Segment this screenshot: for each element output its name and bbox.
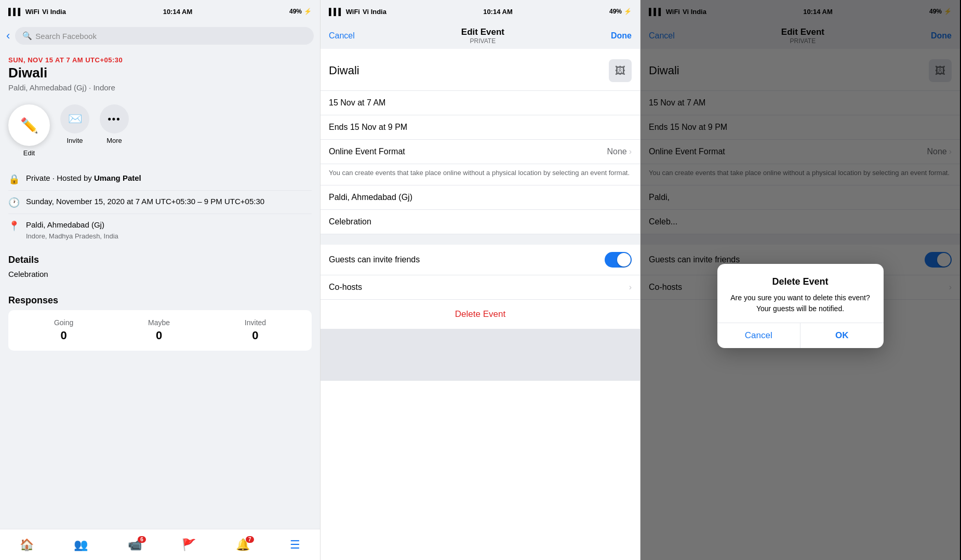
fb-search-bar: ‹ 🔍 Search Facebook [0, 23, 320, 49]
maybe-count: 0 [156, 329, 162, 342]
response-maybe: Maybe 0 [148, 318, 170, 342]
cohosts-chevron: › [629, 283, 632, 292]
invite-action[interactable]: ✉️ Invite [60, 104, 89, 144]
nav-video[interactable]: 📹6 [128, 538, 142, 552]
edit-nav-center: Edit Event PRIVATE [461, 27, 504, 45]
end-date-label: Ends 15 Nov at 9 PM [329, 123, 407, 132]
category-row[interactable]: Celebration [321, 210, 640, 234]
invite-label: Invite [66, 137, 83, 144]
invite-button-circle[interactable]: ✉️ [60, 104, 89, 134]
edit-button-circle[interactable]: ✏️ [8, 104, 50, 146]
delete-event-button-2[interactable]: Delete Event [321, 300, 640, 329]
delete-dialog-overlay: Delete Event Are you sure you want to de… [640, 0, 960, 560]
carrier-label-1: Vi India [42, 8, 66, 16]
back-button[interactable]: ‹ [6, 29, 10, 43]
edit-icon: ✏️ [20, 117, 38, 134]
dialog-cancel-button[interactable]: Cancel [717, 323, 801, 348]
chevron-icon: › [629, 147, 632, 156]
event-date-header: SUN, NOV 15 AT 7 AM UTC+05:30 [0, 49, 320, 65]
details-header: Details [0, 246, 320, 270]
response-invited: Invited 0 [245, 318, 266, 342]
guests-toggle-switch[interactable] [605, 252, 632, 268]
signal-icon-2: ▌▌▌ [329, 8, 343, 16]
info-row-location: 📍 Paldi, Ahmedabad (Gj) Indore, Madhya P… [8, 214, 312, 246]
more-icon: ••• [108, 114, 121, 125]
nav-friends[interactable]: 👥 [74, 538, 88, 552]
battery-icon-2: ⚡ [624, 8, 632, 15]
event-info-section: 🔒 Private · Hosted by Umang Patel 🕐 Sund… [0, 167, 320, 246]
video-badge: 6 [138, 536, 146, 543]
search-icon: 🔍 [22, 31, 32, 41]
dialog-ok-button[interactable]: OK [800, 323, 884, 348]
start-date-label: 15 Nov at 7 AM [329, 98, 385, 108]
status-carrier-2: ▌▌▌ WiFi Vi India [329, 8, 386, 16]
bottom-preview [321, 329, 640, 381]
panel-edit-event: ▌▌▌ WiFi Vi India 10:14 AM 49% ⚡ Cancel … [320, 0, 640, 560]
event-content: SUN, NOV 15 AT 7 AM UTC+05:30 Diwali Pal… [0, 49, 320, 529]
info-row-time: 🕐 Sunday, November 15, 2020 at 7 AM UTC+… [8, 191, 312, 214]
status-time-1: 10:14 AM [163, 8, 193, 16]
nav-flag[interactable]: 🚩 [182, 538, 196, 552]
start-date-row[interactable]: 15 Nov at 7 AM [321, 91, 640, 115]
status-bar-1: ▌▌▌ WiFi Vi India 10:14 AM 49% ⚡ [0, 0, 320, 23]
response-going: Going 0 [54, 318, 73, 342]
going-count: 0 [60, 329, 66, 342]
more-button-circle[interactable]: ••• [100, 104, 129, 134]
panel-delete-dialog: ▌▌▌ WiFi Vi India 10:14 AM 49% ⚡ Cancel … [640, 0, 960, 560]
edit-form: Diwali 🖼 15 Nov at 7 AM Ends 15 Nov at 9… [321, 49, 640, 560]
invite-icon: ✉️ [68, 112, 82, 126]
location-row[interactable]: Paldi, Ahmedabad (Gj) [321, 185, 640, 210]
more-label: More [106, 137, 122, 144]
status-battery-1: 49% ⚡ [289, 8, 312, 15]
status-time-2: 10:14 AM [483, 8, 513, 16]
online-format-label: Online Event Format [329, 147, 405, 156]
responses-header: Responses [0, 287, 320, 310]
status-battery-2: 49% ⚡ [609, 8, 632, 15]
event-name-row: Diwali 🖼 [321, 49, 640, 91]
edit-nav-bar: Cancel Edit Event PRIVATE Done [321, 23, 640, 49]
location-icon: 📍 [8, 220, 20, 232]
bottom-nav: 🏠 👥 📹6 🚩 🔔7 ☰ [0, 529, 320, 560]
info-location: Paldi, Ahmedabad (Gj) Indore, Madhya Pra… [26, 219, 118, 241]
edit-label: Edit [23, 149, 35, 157]
responses-row: Going 0 Maybe 0 Invited 0 [17, 318, 303, 342]
battery-label-2: 49% [609, 8, 622, 15]
cancel-button-2[interactable]: Cancel [329, 31, 355, 41]
dialog-buttons: Cancel OK [717, 323, 884, 348]
signal-icon: ▌▌▌ [8, 8, 23, 16]
nav-menu[interactable]: ☰ [290, 538, 300, 552]
search-placeholder: Search Facebook [35, 32, 97, 41]
more-action[interactable]: ••• More [100, 104, 129, 144]
battery-label-1: 49% [289, 8, 302, 15]
cohosts-label: Co-hosts [329, 283, 362, 292]
cohosts-row[interactable]: Co-hosts › [321, 275, 640, 300]
edit-event-name[interactable]: Diwali [329, 64, 359, 77]
cover-photo-button[interactable]: 🖼 [609, 59, 632, 82]
status-carrier-1: ▌▌▌ WiFi Vi India [8, 8, 66, 16]
info-time: Sunday, November 15, 2020 at 7 AM UTC+05… [26, 196, 264, 207]
nav-bell[interactable]: 🔔7 [236, 538, 250, 552]
search-input[interactable]: 🔍 Search Facebook [15, 27, 314, 45]
done-button-2[interactable]: Done [611, 31, 632, 41]
event-title: Diwali [0, 65, 320, 83]
nav-home[interactable]: 🏠 [20, 538, 34, 552]
dialog-message: Are you sure you want to delete this eve… [728, 292, 873, 314]
dialog-content: Delete Event Are you sure you want to de… [717, 264, 884, 323]
info-row-private: 🔒 Private · Hosted by Umang Patel [8, 167, 312, 191]
guests-toggle-label: Guests can invite friends [329, 255, 420, 264]
online-format-row[interactable]: Online Event Format None › [321, 140, 640, 164]
bell-badge: 7 [246, 536, 254, 543]
carrier-label-2: Vi India [363, 8, 386, 16]
dialog-title: Delete Event [728, 276, 873, 287]
toggle-thumb [617, 253, 631, 266]
invited-count: 0 [252, 329, 258, 342]
invited-label: Invited [245, 318, 266, 327]
edit-subtitle: PRIVATE [470, 37, 496, 45]
wifi-icon: WiFi [25, 8, 39, 16]
maybe-label: Maybe [148, 318, 170, 327]
cover-icon: 🖼 [615, 65, 625, 77]
end-date-row[interactable]: Ends 15 Nov at 9 PM [321, 115, 640, 140]
lock-icon: 🔒 [8, 174, 20, 185]
edit-action[interactable]: ✏️ Edit [8, 104, 50, 157]
status-bar-2: ▌▌▌ WiFi Vi India 10:14 AM 49% ⚡ [321, 0, 640, 23]
